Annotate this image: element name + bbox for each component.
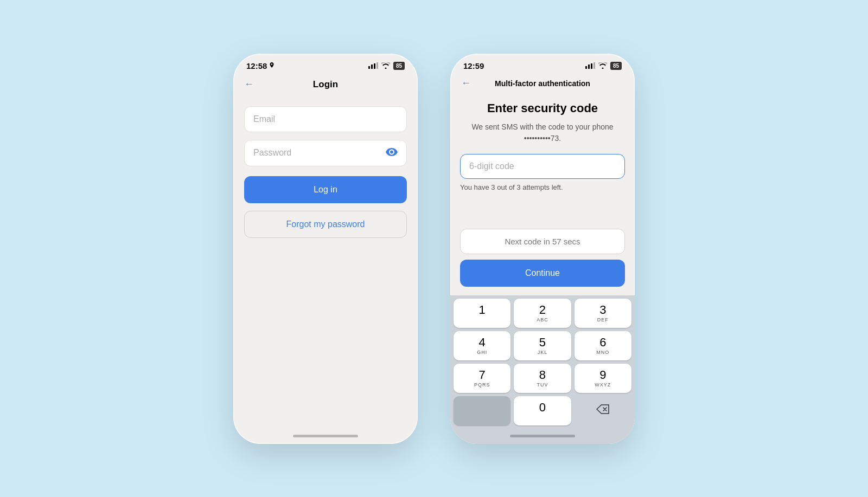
svg-rect-1 <box>371 64 373 69</box>
svg-rect-0 <box>368 66 370 69</box>
mfa-subtitle-line1: We sent SMS with the code to your phone <box>471 122 613 131</box>
signal-icon-mfa <box>585 62 595 69</box>
code-input-field[interactable]: 6-digit code <box>460 154 625 179</box>
time-display: 12:58 <box>246 61 267 70</box>
status-time-mfa: 12:59 <box>463 61 484 70</box>
key-2[interactable]: 2 ABC <box>514 299 571 328</box>
forgot-password-button[interactable]: Forgot my password <box>244 211 407 238</box>
mfa-nav-title: Multi-factor authentication <box>495 79 590 88</box>
login-button[interactable]: Log in <box>244 176 407 203</box>
key-6[interactable]: 6 MNO <box>575 331 631 360</box>
mfa-phone: 12:59 85 ← Multi-factor authen <box>450 54 635 444</box>
key-3[interactable]: 3 DEF <box>575 299 631 328</box>
login-screen-content: Email Password Log in Forgot my password <box>233 95 418 429</box>
back-button-login[interactable]: ← <box>244 79 254 90</box>
nav-bar-login: ← Login <box>233 75 418 95</box>
key-5[interactable]: 5 JKL <box>514 331 571 360</box>
status-bar-mfa: 12:59 85 <box>450 54 635 75</box>
battery-badge-mfa: 85 <box>610 62 622 70</box>
mfa-subtitle: We sent SMS with the code to your phone … <box>460 121 625 144</box>
backspace-icon <box>596 404 609 417</box>
phones-container: 12:58 <box>0 54 868 444</box>
mfa-screen-content: Enter security code We sent SMS with the… <box>450 93 635 295</box>
next-code-button[interactable]: Next code in 57 secs <box>460 229 625 254</box>
svg-rect-3 <box>376 62 378 69</box>
svg-rect-5 <box>588 64 590 69</box>
numpad: 1 2 ABC 3 DEF 4 GHI 5 JKL 6 MNO <box>450 295 635 429</box>
password-field[interactable]: Password <box>244 140 407 166</box>
svg-rect-4 <box>585 66 587 69</box>
password-placeholder: Password <box>253 148 291 158</box>
status-bar-login: 12:58 <box>233 54 418 75</box>
key-7[interactable]: 7 PQRS <box>454 364 510 393</box>
key-1[interactable]: 1 <box>454 299 510 328</box>
svg-rect-2 <box>374 63 375 69</box>
wifi-icon <box>381 62 390 69</box>
home-indicator-login <box>233 429 418 444</box>
wifi-icon-mfa <box>598 62 607 69</box>
home-bar-mfa <box>510 435 575 437</box>
login-form: Email Password Log in Forgot my password <box>244 106 407 238</box>
mfa-heading: Enter security code <box>460 101 625 117</box>
location-icon <box>269 62 275 69</box>
continue-button[interactable]: Continue <box>460 260 625 287</box>
back-button-mfa[interactable]: ← <box>461 78 471 89</box>
battery-badge-login: 85 <box>393 62 405 70</box>
key-empty <box>454 396 510 425</box>
time-display-mfa: 12:59 <box>463 61 484 70</box>
password-toggle-icon[interactable] <box>386 148 398 158</box>
login-title: Login <box>313 79 338 90</box>
key-4[interactable]: 4 GHI <box>454 331 510 360</box>
key-9[interactable]: 9 WXYZ <box>575 364 631 393</box>
login-phone: 12:58 <box>233 54 418 444</box>
signal-icon <box>368 62 378 69</box>
nav-bar-mfa: ← Multi-factor authentication <box>450 75 635 93</box>
key-0[interactable]: 0 <box>514 396 571 425</box>
mfa-subtitle-line2: ••••••••••73. <box>524 134 561 143</box>
email-placeholder: Email <box>253 114 275 124</box>
status-icons-login: 85 <box>368 62 405 70</box>
email-field[interactable]: Email <box>244 106 407 132</box>
status-time-login: 12:58 <box>246 61 275 70</box>
home-indicator-mfa <box>450 429 635 444</box>
key-8[interactable]: 8 TUV <box>514 364 571 393</box>
key-backspace[interactable] <box>575 396 631 425</box>
status-icons-mfa: 85 <box>585 62 622 70</box>
home-bar <box>293 435 358 437</box>
svg-rect-6 <box>591 63 592 69</box>
attempts-text: You have 3 out of 3 attempts left. <box>460 183 625 191</box>
svg-rect-7 <box>593 62 595 69</box>
code-placeholder: 6-digit code <box>469 162 514 171</box>
